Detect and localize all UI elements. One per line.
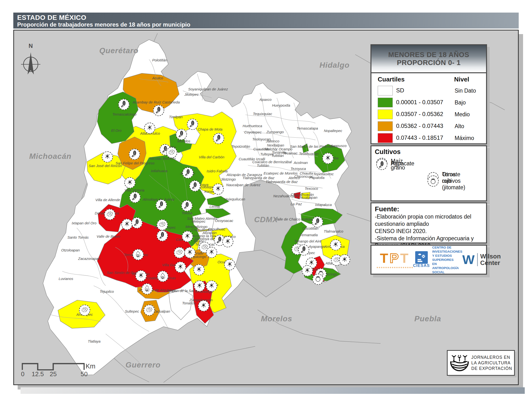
legend-range: 0.03507 - 0.05362 <box>396 111 443 118</box>
fuente-line: CENSO INEGI 2020. <box>375 227 483 235</box>
scale-tick: 25 <box>50 370 57 378</box>
legend-range: 0.05362 - 0.07443 <box>396 122 443 129</box>
legend-range: 0.07443 - 0.18517 <box>396 134 443 141</box>
legend-swatch <box>378 110 393 119</box>
north-label: N <box>19 43 42 49</box>
scale-bar: Km 0 12.5 25 50 <box>22 361 104 380</box>
page-subtitle: Proporción de trabajadores menores de 18… <box>17 21 515 28</box>
legend-header: MENORES DE 18 AÑOS PROPORCIÓN 0- 1 <box>371 45 486 73</box>
compass: N <box>19 43 42 77</box>
legend-range: SD <box>396 87 404 94</box>
legend-row: 0.03507 - 0.05362 Medio <box>371 109 486 121</box>
ciesas-mark: CIESAS <box>413 251 430 268</box>
wilson-center-logo: W Wilson Center <box>462 253 501 266</box>
legend-level: Máximo <box>455 135 474 141</box>
bottom-gradient-bar <box>20 387 525 394</box>
jornaleros-text-line: LA AGRICULTURA <box>471 360 512 366</box>
legend-row: SD Sin Dato <box>371 85 486 97</box>
cultivo-icon <box>428 176 439 187</box>
compass-rose-icon <box>19 49 42 76</box>
ciesas-text-line: CENTRO DE INVESTIGACIONES <box>432 245 462 254</box>
ciesas-text-line: EN ANTROPOLOGÍA SOCIAL <box>432 262 462 274</box>
tpt-tagline-strip <box>377 267 413 268</box>
scale-tick: 50 <box>81 370 88 378</box>
legend-level: Bajo <box>455 99 466 106</box>
legend-rows: SD Sin Dato 0.00001 - 0.03507 Bajo 0.035… <box>371 85 486 144</box>
legend-title-line2: PROPORCIÓN 0- 1 <box>397 59 461 67</box>
legend-swatch <box>378 98 393 107</box>
legend-col-level: Nivel <box>454 76 469 83</box>
page: ESTADO DE MÉXICO Proporción de trabajado… <box>0 0 532 411</box>
legend-swatch <box>378 86 393 95</box>
cultivos-title: Cultivos <box>375 148 401 156</box>
ciesas-pictogram-icon <box>415 251 428 264</box>
wilson-w-mark: W <box>462 253 475 266</box>
tpt-logo: TPT <box>377 252 413 268</box>
cultivo-label: Tomate rojo (jitomate) <box>442 171 465 191</box>
jornaleros-logo: JORNALEROS EN LA AGRICULTURA DE EXPORTAC… <box>447 350 515 376</box>
jornaleros-bowl-icon <box>449 353 469 373</box>
cultivo-item: Maíz grano <box>376 158 405 171</box>
legend-range: 0.00001 - 0.03507 <box>396 99 443 106</box>
cultivo-item: Tomate rojo (jitomate) <box>428 171 465 191</box>
wilson-text: Wilson Center <box>480 253 501 266</box>
wilson-text-line: Center <box>480 260 501 266</box>
tpt-letter: T <box>400 251 410 266</box>
scale-bar-icon <box>22 362 85 370</box>
ciesas-acronym: CIESAS <box>413 263 430 268</box>
jornaleros-text-line: DE EXPORTACIÓN <box>471 366 512 371</box>
ciesas-text-line: Y ESTUDIOS SUPERIORES <box>432 254 462 262</box>
ciesas-text: CENTRO DE INVESTIGACIONES Y ESTUDIOS SUP… <box>432 245 462 274</box>
jornaleros-text: JORNALEROS EN LA AGRICULTURA DE EXPORTAC… <box>471 355 512 371</box>
jornaleros-text-line: JORNALEROS EN <box>471 355 512 360</box>
tpt-letters: TPT <box>380 252 410 265</box>
cultivo-label: Maíz grano <box>391 158 405 171</box>
legend-swatch <box>378 133 393 143</box>
legend-row: 0.07443 - 0.18517 Máximo <box>371 132 486 144</box>
ciesas-logo: CIESAS CENTRO DE INVESTIGACIONES Y ESTUD… <box>413 245 462 274</box>
cultivo-icon <box>376 159 387 170</box>
fuente-line: -Elaboración propia con microdatos del c… <box>375 213 483 227</box>
scale-tick: 12.5 <box>32 370 44 378</box>
legend-level: Sin Dato <box>455 87 476 94</box>
tpt-letter: T <box>380 251 390 266</box>
legend-swatch <box>378 121 393 131</box>
fuente-box: Fuente: -Elaboración propia con microdat… <box>370 202 487 243</box>
fuente-title: Fuente: <box>375 205 483 213</box>
wilson-text-line: Wilson <box>480 253 501 260</box>
scale-tick: 0 <box>21 370 24 378</box>
wilson-divider <box>477 253 478 266</box>
legend-box: MENORES DE 18 AÑOS PROPORCIÓN 0- 1 Cuart… <box>370 44 487 144</box>
legend-level: Alto <box>455 123 464 130</box>
legend-level: Medio <box>455 111 470 118</box>
legend-title-line1: MENORES DE 18 AÑOS <box>388 51 469 59</box>
scale-unit: Km <box>86 363 95 370</box>
page-title: ESTADO DE MÉXICO <box>17 14 515 21</box>
legend-row: 0.00001 - 0.03507 Bajo <box>371 97 486 109</box>
title-bar: ESTADO DE MÉXICO Proporción de trabajado… <box>13 13 519 28</box>
legend-row: 0.05362 - 0.07443 Alto <box>371 121 486 132</box>
cultivos-box: Cultivos Papa Aguacate Maíz grano Otros … <box>370 145 487 201</box>
legend-col-quartiles: Cuartiles <box>378 76 405 83</box>
logos-box: TPT CIESAS CENTRO DE INVESTIGACIONES Y E… <box>370 245 487 275</box>
tpt-letter: P <box>390 251 400 266</box>
